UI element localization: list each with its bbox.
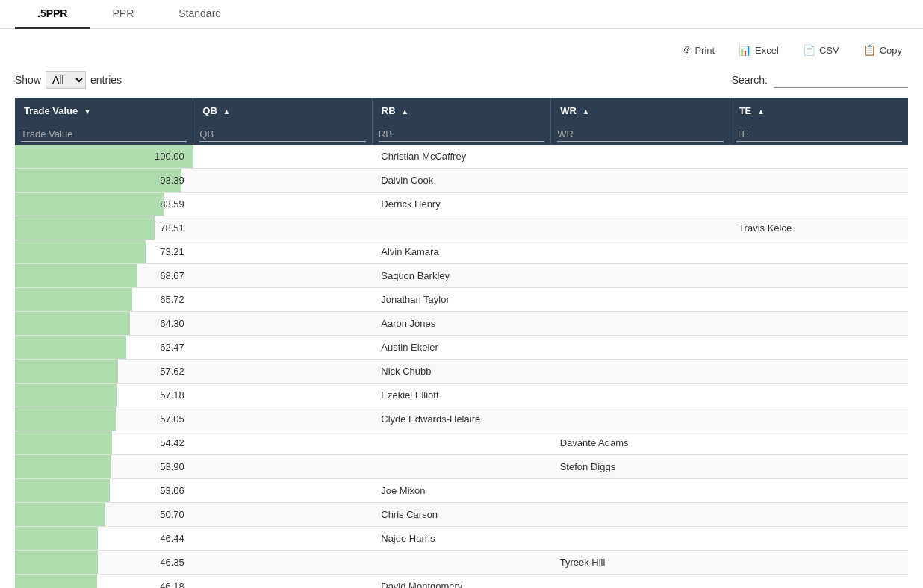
qb-cell [193,360,372,384]
tab-standard[interactable]: Standard [156,0,243,29]
rb-cell: Najee Harris [372,527,550,551]
csv-label: CSV [819,45,839,56]
tv-value: 54.42 [15,431,193,454]
sort-icon-te: ▲ [757,107,765,116]
te-cell [730,479,908,503]
te-cell [730,575,908,589]
search-label: Search: [732,74,768,86]
filter-wr[interactable] [557,127,723,142]
tv-value: 73.21 [15,240,193,263]
tab-halfppr[interactable]: .5PPR [15,0,90,29]
copy-icon: 📋 [863,44,876,56]
te-cell [730,455,908,479]
tv-value: 57.05 [15,407,193,431]
table-row: 57.62Nick Chubb [15,360,908,384]
rb-cell: Nick Chubb [372,360,550,384]
tv-cell: 57.18 [15,384,193,407]
te-cell [730,240,908,264]
data-table: Trade Value ▼ QB ▲ RB ▲ WR ▲ TE ▲ [15,98,908,588]
tv-value: 46.18 [15,575,193,588]
tv-cell: 50.70 [15,503,193,527]
table-row: 93.39Dalvin Cook [15,169,908,193]
table-row: 65.72Jonathan Taylor [15,288,908,312]
tab-ppr[interactable]: PPR [90,0,156,29]
wr-cell [551,169,730,193]
tv-value: 57.62 [15,360,193,383]
te-cell [730,169,908,193]
te-cell [730,551,908,575]
qb-cell [193,193,372,216]
rb-cell: Christian McCaffrey [372,145,550,169]
rb-cell: Dalvin Cook [372,169,550,193]
qb-cell [193,503,372,527]
csv-icon: 📄 [803,44,815,56]
wr-cell [551,360,730,384]
col-header-wr[interactable]: WR ▲ [551,98,730,124]
table-row: 73.21Alvin Kamara [15,240,908,264]
table-filter-row [15,124,908,145]
qb-cell [193,384,372,407]
col-header-trade-value[interactable]: Trade Value ▼ [15,98,193,124]
entries-label: entries [90,74,122,86]
rb-cell: Aaron Jones [372,312,550,336]
tv-value: 78.51 [15,216,193,240]
tv-value: 64.30 [15,312,193,335]
te-cell [730,503,908,527]
search-input[interactable] [774,72,908,88]
table-body: 100.00Christian McCaffrey93.39Dalvin Coo… [15,145,908,588]
excel-button[interactable]: 📊 Excel [733,41,785,59]
table-row: 100.00Christian McCaffrey [15,145,908,169]
rb-cell: Ezekiel Elliott [372,384,550,407]
tv-cell: 83.59 [15,193,193,216]
tv-value: 83.59 [15,193,193,216]
wr-cell [551,384,730,407]
entries-select[interactable]: All 10 25 50 100 [46,71,86,89]
tv-cell: 53.06 [15,479,193,503]
te-cell [730,288,908,312]
print-button[interactable]: 🖨 Print [674,41,721,59]
filter-rb[interactable] [379,127,544,142]
col-header-te[interactable]: TE ▲ [730,98,908,124]
filter-te[interactable] [736,127,902,142]
te-cell [730,145,908,169]
wr-cell: Tyreek Hill [551,551,730,575]
tv-cell: 100.00 [15,145,193,169]
te-cell [730,264,908,288]
tv-value: 65.72 [15,288,193,311]
wr-cell [551,312,730,336]
wr-cell [551,264,730,288]
rb-cell: Clyde Edwards-Helaire [372,407,550,431]
rb-cell: Chris Carson [372,503,550,527]
toolbar: 🖨 Print 📊 Excel 📄 CSV 📋 Copy [0,29,923,65]
filter-qb[interactable] [199,127,365,142]
tv-cell: 53.90 [15,455,193,479]
tv-cell: 64.30 [15,312,193,336]
copy-button[interactable]: 📋 Copy [857,41,908,59]
table-row: 62.47Austin Ekeler [15,336,908,360]
tv-value: 46.35 [15,551,193,574]
qb-cell [193,431,372,455]
tv-cell: 57.62 [15,360,193,384]
wr-cell [551,336,730,360]
sort-icon-tv: ▼ [84,107,91,116]
qb-cell [193,264,372,288]
tv-value: 57.18 [15,384,193,407]
wr-cell [551,193,730,216]
qb-cell [193,288,372,312]
qb-cell [193,169,372,193]
filter-tv[interactable] [21,127,187,142]
col-header-qb[interactable]: QB ▲ [193,98,372,124]
col-header-rb[interactable]: RB ▲ [372,98,550,124]
qb-cell [193,527,372,551]
rb-cell [372,551,550,575]
rb-cell [372,455,550,479]
excel-label: Excel [755,45,779,56]
table-row: 64.30Aaron Jones [15,312,908,336]
tv-cell: 73.21 [15,240,193,264]
tv-cell: 54.42 [15,431,193,455]
tv-value: 53.90 [15,455,193,478]
tv-cell: 93.39 [15,169,193,193]
qb-cell [193,336,372,360]
csv-button[interactable]: 📄 CSV [797,41,845,59]
table-row: 54.42Davante Adams [15,431,908,455]
